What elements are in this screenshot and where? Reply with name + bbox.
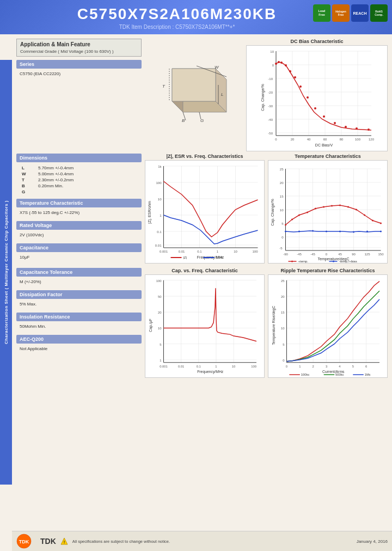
svg-point-128 (339, 205, 341, 206)
impedance-title: |Z|, ESR vs. Freq. Characteristics (145, 154, 265, 159)
svg-point-139 (353, 231, 354, 233)
svg-text:|Z|: |Z| (183, 256, 187, 259)
rated-voltage-header: Rated Voltage (16, 221, 142, 230)
cap-tolerance-value: M (+/-20%) (16, 278, 142, 287)
svg-text:5: 5 (352, 365, 354, 368)
svg-text:-20: -20 (268, 91, 273, 94)
svg-text:1: 1 (299, 365, 301, 368)
svg-text:100: 100 (252, 250, 258, 253)
svg-marker-4 (172, 69, 216, 101)
dc-bias-section: DC Bias Characteristic (246, 39, 388, 151)
svg-text:0: 0 (326, 253, 328, 256)
svg-text:10: 10 (158, 198, 162, 201)
svg-text:5: 5 (281, 222, 284, 225)
svg-point-124 (307, 212, 308, 213)
svg-text:-45: -45 (310, 253, 315, 256)
dim-B: B 0.20mm Min. (19, 183, 139, 189)
svg-point-57 (356, 127, 358, 130)
main-content: Application & Main Feature Commercial Gr… (12, 34, 392, 378)
cap-tolerance-header: Capacitance Tolerance (16, 268, 142, 277)
svg-text:120: 120 (369, 138, 375, 141)
svg-text:10: 10 (270, 50, 274, 53)
temp-char-value: X7S (-55 to 125 deg.C +/-22%) (16, 209, 142, 218)
temperature-chart: 25 20 15 10 5 0 -5 -90 -45 -45 0 45 90 1… (268, 160, 388, 264)
svg-text:1: 1 (160, 359, 161, 362)
svg-point-49 (289, 70, 291, 72)
svg-text:0.001: 0.001 (160, 250, 168, 253)
svg-point-50 (294, 76, 296, 78)
dimensions-section: Dimensions L 5.70mm +/-0.4mm W 5.00mm +/… (16, 154, 142, 196)
svg-point-123 (298, 215, 300, 216)
badge-lead-free: LeadFree (313, 4, 330, 22)
svg-text:0: 0 (283, 359, 285, 362)
dissipation-value: 5% Max. (16, 301, 142, 310)
svg-text:45: 45 (338, 253, 342, 256)
header-subtitle: TDK Item Description : C5750X7S2A106MT**… (5, 24, 348, 30)
svg-point-146 (333, 261, 334, 262)
footer-tdk-brand: TDK TDK (16, 534, 56, 549)
top-row: Application & Main Feature Commercial Gr… (16, 39, 388, 151)
svg-text:0.001: 0.001 (160, 365, 168, 368)
svg-text:-40: -40 (268, 118, 273, 121)
svg-text:125: 125 (364, 253, 370, 256)
dim-T-label: T (22, 177, 33, 182)
svg-text:500kc: 500kc (335, 373, 344, 376)
dim-G-label: G (22, 189, 33, 194)
svg-text:1: 1 (217, 250, 219, 253)
svg-point-55 (334, 122, 336, 124)
svg-text:1: 1 (215, 365, 217, 368)
svg-text:10: 10 (281, 327, 285, 330)
svg-text:5: 5 (283, 343, 284, 346)
svg-point-53 (314, 107, 316, 109)
series-header: Series (16, 60, 142, 69)
svg-text:-50: -50 (268, 132, 273, 135)
svg-text:DC Bias/V: DC Bias/V (315, 143, 333, 147)
svg-text:20: 20 (291, 138, 295, 141)
svg-text:0: 0 (275, 138, 277, 141)
dim-W-label: W (22, 172, 33, 176)
rated-voltage-value: 2V (100Vdc) (16, 231, 142, 241)
svg-point-125 (315, 208, 316, 210)
svg-text:B: B (182, 118, 185, 123)
svg-point-130 (356, 209, 357, 211)
svg-text:15: 15 (280, 195, 284, 198)
svg-text:0.1: 0.1 (197, 365, 201, 368)
left-bottom-specs: Capacitance Tolerance M (+/-20%) Dissipa… (16, 268, 142, 378)
svg-point-131 (364, 215, 365, 216)
svg-text:20: 20 (280, 181, 284, 185)
middle-row: Dimensions L 5.70mm +/-0.4mm W 5.00mm +/… (16, 154, 388, 266)
header: C5750X7S2A106M230KB TDK Item Description… (0, 0, 392, 34)
svg-text:-45: -45 (297, 253, 302, 256)
insulation-section: Insulation Resistance 50Mohm Min. (16, 313, 142, 332)
tdk-text: TDK (40, 537, 56, 546)
svg-text:0.01: 0.01 (179, 250, 185, 253)
dissipation-header: Dissipation Factor (16, 290, 142, 299)
app-feature-text: Commercial Grade ( Mid Voltage (100 to 6… (20, 49, 138, 54)
dim-W: W 5.00mm +/-0.4mm (19, 171, 139, 177)
capacitance-value: 10μF (16, 254, 142, 263)
svg-point-138 (339, 231, 341, 232)
svg-text:60: 60 (323, 138, 327, 141)
bottom-row: Capacitance Tolerance M (+/-20%) Dissipa… (16, 268, 388, 378)
temperature-char-title: Temperature Characteristics (268, 154, 388, 159)
svg-text:15: 15 (281, 311, 284, 314)
header-badges: LeadFree HalogenFree REACH RoHSComp. (313, 4, 388, 22)
dimensions-header: Dimensions (16, 154, 142, 162)
dim-G-val (38, 189, 136, 194)
svg-point-143 (291, 261, 293, 262)
svg-text:|Z|, ESR/ohm: |Z|, ESR/ohm (148, 201, 152, 224)
capacitor-svg: W L T B G (150, 41, 237, 128)
series-section: Series C5750 (EIA CC2220) (16, 60, 142, 79)
cap-tolerance-section: Capacitance Tolerance M (+/-20%) (16, 268, 142, 287)
dim-W-val: 5.00mm +/-0.4mm (38, 172, 136, 176)
svg-text:90: 90 (352, 253, 356, 256)
series-value: C5750 (EIA CC2220) (16, 70, 142, 79)
svg-point-52 (307, 96, 309, 99)
capacitance-section: Capacitance 10μF (16, 243, 142, 263)
svg-point-140 (366, 231, 368, 232)
dimensions-values: L 5.70mm +/-0.4mm W 5.00mm +/-0.4mm T 2.… (16, 164, 142, 196)
impedance-section: |Z|, ESR vs. Freq. Characteristics (145, 154, 265, 266)
svg-text:Cap. Change/%: Cap. Change/% (261, 84, 265, 111)
left-specs: Dimensions L 5.70mm +/-0.4mm W 5.00mm +/… (16, 154, 142, 266)
svg-text:3: 3 (326, 365, 327, 368)
